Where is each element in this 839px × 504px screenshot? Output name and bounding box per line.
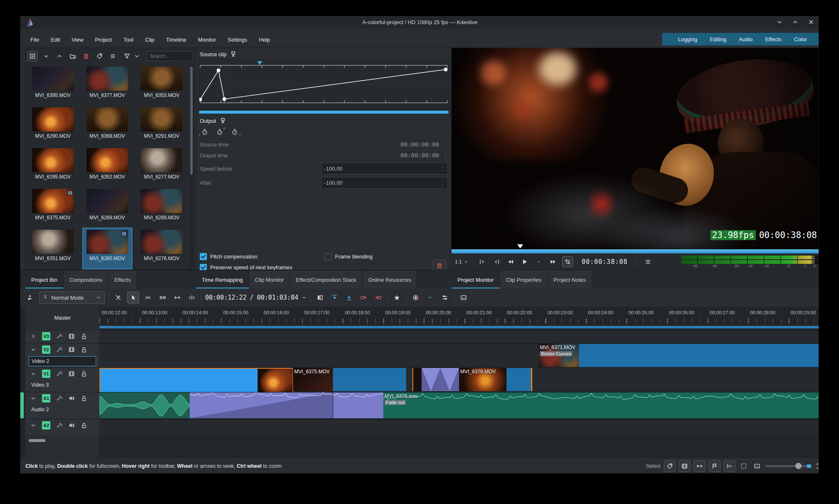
mid-tab-clip-monitor[interactable]: Clip Monitor — [249, 271, 290, 289]
track-effects-icon[interactable] — [55, 370, 63, 377]
mixer-button[interactable] — [439, 292, 450, 303]
markers-toggle-button[interactable] — [709, 460, 720, 472]
menu-monitor[interactable]: Monitor — [194, 35, 220, 45]
mon-tab-project-monitor[interactable]: Project Monitor — [452, 271, 500, 289]
zoom-project-button[interactable] — [752, 461, 762, 471]
lane-v3[interactable] — [99, 330, 819, 343]
bin-view-menu-button[interactable] — [108, 52, 117, 61]
spinner[interactable] — [440, 180, 445, 186]
lane-a1[interactable]: MVI_6376.wav Fade out — [99, 392, 819, 418]
track-lock-icon[interactable] — [80, 395, 88, 402]
collapse-chevron-icon[interactable] — [30, 395, 37, 402]
grab-mode-button[interactable] — [724, 460, 735, 472]
bin-tab-effects[interactable]: Effects — [109, 271, 137, 289]
bin-clip-mvi-6353-mov[interactable]: MVI_6353.MOV — [137, 65, 186, 106]
monitor-zoom-dropdown[interactable]: 1:1 — [455, 258, 469, 265]
monitor-seekbar[interactable] — [452, 249, 819, 253]
forward-button[interactable] — [548, 257, 558, 267]
mid-tab-online-resources[interactable]: Online Resources — [362, 271, 417, 289]
clip-mvi-6375[interactable]: MVI_6375.MOV — [293, 368, 358, 391]
tag-toggle-button[interactable] — [664, 460, 675, 472]
clip-selected[interactable] — [99, 368, 293, 393]
clip-blue-segment[interactable] — [358, 368, 406, 391]
menu-file[interactable]: File — [26, 35, 43, 45]
mid-tab-effect-composition-stack[interactable]: Effect/Composition Stack — [290, 271, 362, 289]
fit-zoom-button[interactable] — [172, 292, 183, 303]
track-header-a2[interactable]: A2 — [25, 419, 99, 434]
next-keyframe-button[interactable]: › — [230, 127, 240, 137]
add-clip-button[interactable] — [27, 51, 37, 61]
timeline-zone-bar[interactable] — [99, 326, 819, 328]
delete-keyframe-button[interactable] — [433, 260, 446, 271]
bin-tab-project-bin[interactable]: Project Bin — [25, 271, 64, 289]
monitor-timecode[interactable]: 00:00:38:08 — [582, 258, 628, 266]
extract-zone-button[interactable] — [358, 292, 369, 303]
spinner[interactable] — [440, 166, 445, 172]
insert-zone-button[interactable] — [329, 292, 340, 303]
bin-clip-mvi-6291-mov[interactable]: MVI_6291.MOV — [137, 106, 186, 146]
audio-clip-1[interactable] — [99, 392, 190, 418]
track-audio-icon[interactable] — [68, 395, 75, 402]
workspace-effects[interactable]: Effects — [760, 35, 787, 44]
lane-a2[interactable] — [99, 419, 819, 434]
menu-clip[interactable]: Clip — [141, 35, 159, 45]
mixed-audio-video-button[interactable] — [315, 292, 325, 303]
workspace-editing[interactable]: Editing — [705, 35, 731, 44]
snap-toggle-button[interactable] — [694, 460, 705, 472]
clip-fade-wedges[interactable] — [422, 368, 459, 391]
bin-clip-mvi-6295-mov[interactable]: MVI_6295.MOV — [28, 146, 77, 187]
create-folder-button[interactable] — [68, 52, 77, 61]
play-button[interactable] — [520, 257, 530, 267]
clip-mvi-6371[interactable]: MVI_6371.MOV Bézier Curves — [539, 344, 819, 367]
track-thumbs-icon[interactable] — [68, 346, 75, 353]
search-input[interactable] — [146, 51, 192, 61]
field-input[interactable]: -100,00 — [321, 163, 448, 174]
menu-timeline[interactable]: Timeline — [162, 35, 191, 45]
track-lock-icon[interactable] — [80, 422, 88, 429]
bin-clip-mvi-6269-mov[interactable]: MVI_6269.MOV — [83, 187, 132, 228]
clip-mvi-6376-wav[interactable]: MVI_6376.wav Fade out — [383, 392, 819, 418]
track-effects-icon[interactable] — [55, 422, 63, 429]
bin-clip-mvi-6395-mov[interactable]: MVI_6395.MOV — [28, 65, 77, 106]
collapse-chevron-icon[interactable] — [30, 333, 37, 340]
filter-chevron-icon[interactable] — [132, 52, 141, 61]
zone-mode-button[interactable] — [562, 256, 573, 267]
zone-out-button[interactable] — [491, 257, 501, 267]
mon-tab-project-notes[interactable]: Project Notes — [548, 271, 592, 289]
play-options-chevron[interactable] — [534, 257, 544, 267]
monitor-menu-button[interactable] — [643, 257, 653, 267]
filter-button[interactable] — [122, 52, 132, 61]
overwrite-zone-button[interactable] — [344, 292, 355, 303]
menu-tool[interactable]: Tool — [119, 35, 138, 45]
timeline-zoom-slider[interactable] — [765, 465, 811, 467]
menu-view[interactable]: View — [67, 35, 87, 45]
bin-clip-mvi-6368-mov[interactable]: MVI_6368.MOV — [83, 106, 132, 146]
zone-in-button[interactable] — [477, 257, 487, 267]
bin-clip-mvi-6351-mov[interactable]: MVI_6351.MOV — [28, 228, 77, 269]
spacer-tool-button[interactable] — [157, 292, 168, 303]
checkbox-frame-blending[interactable]: Frame blending — [325, 253, 372, 260]
monitor-video[interactable]: 23.98fps 00:00:38:08 — [452, 48, 819, 249]
mid-tab-time-remapping[interactable]: Time Remapping — [196, 271, 249, 289]
fit-timeline-button[interactable] — [814, 461, 819, 471]
bin-chevron-up-icon[interactable] — [55, 52, 64, 61]
spinner[interactable] — [443, 152, 448, 159]
razor-all-tracks-button[interactable] — [113, 292, 124, 303]
track-header-v2[interactable]: V2 Video 2 — [25, 343, 99, 367]
menu-edit[interactable]: Edit — [47, 35, 64, 45]
lane-v2[interactable]: MVI_6371.MOV Bézier Curves — [99, 343, 819, 367]
menu-project[interactable]: Project — [91, 35, 116, 45]
bin-clip-mvi-6375-mov[interactable]: MVI_6375.MOV — [28, 187, 77, 228]
zoom-fit-button[interactable] — [739, 461, 749, 471]
checkbox-pitch-compensation[interactable]: Pitch compensation — [200, 253, 257, 260]
track-badge[interactable]: V3 — [42, 332, 50, 340]
track-header-v1[interactable]: V1 Video 3 — [25, 367, 99, 391]
remap-zoombar[interactable] — [199, 111, 449, 114]
bin-clip-mvi-6276-mov[interactable]: MVI_6276.MOV — [137, 228, 186, 269]
checkbox-box[interactable] — [325, 253, 332, 260]
remap-keyframe-graph[interactable] — [199, 59, 449, 110]
collapse-chevron-icon[interactable] — [30, 422, 37, 429]
record-audio-button[interactable] — [410, 292, 421, 303]
bin-clip-mvi-6290-mov[interactable]: MVI_6290.MOV — [28, 106, 77, 146]
track-lock-icon[interactable] — [80, 346, 88, 353]
